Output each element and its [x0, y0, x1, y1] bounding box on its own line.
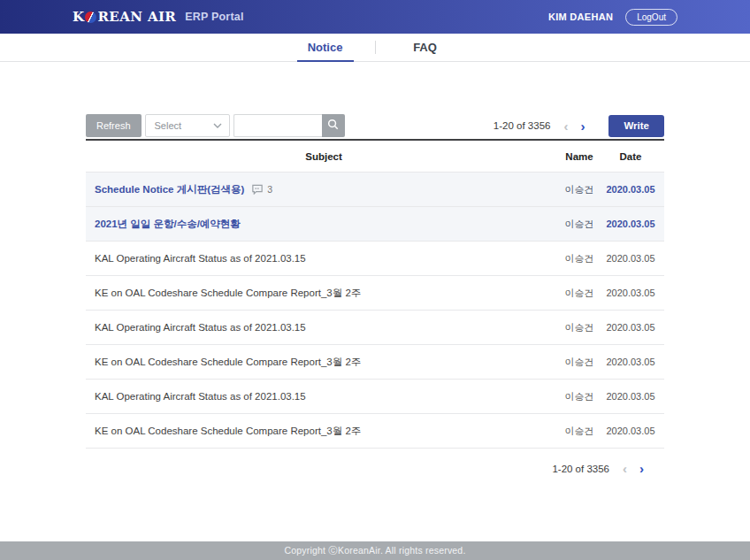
column-header-subject: Subject [86, 151, 562, 162]
search-field-select[interactable]: Select [145, 114, 230, 137]
notice-date: 2020.03.05 [597, 253, 664, 264]
bottom-pagination: 1-20 of 3356 ‹ › [86, 462, 664, 475]
notice-date: 2020.03.05 [597, 391, 664, 402]
notice-date: 2020.03.05 [597, 288, 664, 298]
notice-board: Refresh Select 1-20 of 3356 ‹ › Write Su… [86, 114, 664, 475]
user-name: KIM DAEHAN [548, 12, 613, 22]
notice-subject-text: KE on OAL Codeshare Schedule Compare Rep… [95, 287, 361, 300]
notice-author: 이승건 [562, 252, 597, 265]
column-header-name: Name [562, 151, 597, 162]
top-pagination: 1-20 of 3356 ‹ › [494, 119, 592, 133]
notice-subject-link[interactable]: KAL Operating Aircraft Status as of 2021… [86, 391, 562, 402]
notice-table-body: Schedule Notice 게시판(검색용)3이승건2020.03.0520… [86, 173, 664, 449]
notice-author: 이승건 [562, 321, 597, 334]
search-box [233, 114, 345, 137]
notice-subject-text: KE on OAL Codeshare Schedule Compare Rep… [95, 425, 361, 438]
table-header-row: Subject Name Date [86, 141, 664, 173]
select-value: Select [155, 120, 213, 131]
toolbar: Refresh Select 1-20 of 3356 ‹ › Write [86, 114, 664, 137]
notice-subject-link[interactable]: Schedule Notice 게시판(검색용)3 [86, 183, 562, 196]
pagination-range: 1-20 of 3356 [552, 464, 609, 474]
notice-subject-text: KAL Operating Aircraft Status as of 2021… [95, 322, 306, 333]
notice-subject-text: KAL Operating Aircraft Status as of 2021… [95, 391, 306, 402]
notice-subject-text: Schedule Notice 게시판(검색용) [95, 183, 244, 196]
search-button[interactable] [322, 114, 345, 137]
chevron-down-icon [213, 123, 222, 128]
notice-date: 2020.03.05 [597, 357, 664, 367]
notice-date: 2020.03.05 [597, 219, 664, 229]
korean-air-logo: K REAN AIR [73, 9, 176, 25]
column-header-date: Date [597, 151, 664, 162]
search-icon [327, 119, 339, 133]
notice-subject-text: 2021년 일일 운항/수송/예약현황 [95, 218, 241, 231]
search-input[interactable] [233, 114, 322, 137]
table-row[interactable]: 2021년 일일 운항/수송/예약현황이승건2020.03.05 [86, 207, 664, 242]
notice-author: 이승건 [562, 425, 597, 438]
notice-subject-link[interactable]: KAL Operating Aircraft Status as of 2021… [86, 322, 562, 333]
notice-subject-link[interactable]: KAL Operating Aircraft Status as of 2021… [86, 253, 562, 264]
notice-subject-link[interactable]: KE on OAL Codeshare Schedule Compare Rep… [86, 425, 562, 438]
notice-subject-link[interactable]: KE on OAL Codeshare Schedule Compare Rep… [86, 356, 562, 369]
notice-date: 2020.03.05 [597, 184, 664, 195]
notice-date: 2020.03.05 [597, 426, 664, 436]
table-row[interactable]: KAL Operating Aircraft Status as of 2021… [86, 311, 664, 345]
taegeuk-icon [85, 12, 96, 23]
tab-notice-label: Notice [308, 41, 343, 54]
notice-author: 이승건 [562, 218, 597, 231]
write-button[interactable]: Write [608, 115, 664, 137]
notice-author: 이승건 [562, 356, 597, 369]
table-row[interactable]: KAL Operating Aircraft Status as of 2021… [86, 380, 664, 414]
notice-subject-link[interactable]: 2021년 일일 운항/수송/예약현황 [86, 218, 562, 231]
next-page-button[interactable]: › [574, 119, 591, 133]
tab-notice[interactable]: Notice [276, 34, 375, 61]
notice-subject-text: KAL Operating Aircraft Status as of 2021… [95, 253, 306, 264]
copyright-text: Copyright ⓒKoreanAir. All rights reserve… [284, 545, 465, 557]
app-header: K REAN AIR ERP Portal KIM DAEHAN LogOut [0, 0, 750, 34]
notice-table: Subject Name Date Schedule Notice 게시판(검색… [86, 139, 664, 449]
comment-count: 3 [267, 184, 272, 195]
tab-faq[interactable]: FAQ [376, 34, 475, 61]
page-footer: Copyright ⓒKoreanAir. All rights reserve… [0, 541, 750, 560]
table-row[interactable]: KE on OAL Codeshare Schedule Compare Rep… [86, 414, 664, 449]
prev-page-button[interactable]: ‹ [616, 462, 633, 475]
notice-date: 2020.03.05 [597, 322, 664, 333]
notice-subject-text: KE on OAL Codeshare Schedule Compare Rep… [95, 356, 361, 369]
table-row[interactable]: KAL Operating Aircraft Status as of 2021… [86, 242, 664, 276]
tab-faq-label: FAQ [413, 41, 437, 54]
notice-author: 이승건 [562, 390, 597, 403]
refresh-button[interactable]: Refresh [86, 114, 142, 137]
logout-button[interactable]: LogOut [625, 9, 677, 26]
notice-subject-link[interactable]: KE on OAL Codeshare Schedule Compare Rep… [86, 287, 562, 300]
notice-author: 이승건 [562, 287, 597, 300]
logo-text-rest: REAN AIR [97, 9, 176, 25]
table-row[interactable]: KE on OAL Codeshare Schedule Compare Rep… [86, 345, 664, 380]
tab-bar: Notice FAQ [0, 34, 750, 62]
logo-text-k: K [73, 9, 84, 25]
pagination-range: 1-20 of 3356 [494, 120, 551, 131]
table-row[interactable]: Schedule Notice 게시판(검색용)3이승건2020.03.05 [86, 173, 664, 207]
comment-bubble-icon [251, 184, 264, 195]
prev-page-button[interactable]: ‹ [557, 119, 574, 133]
notice-author: 이승건 [562, 183, 597, 196]
table-row[interactable]: KE on OAL Codeshare Schedule Compare Rep… [86, 276, 664, 311]
next-page-button[interactable]: › [633, 462, 650, 475]
app-title: ERP Portal [185, 11, 243, 23]
